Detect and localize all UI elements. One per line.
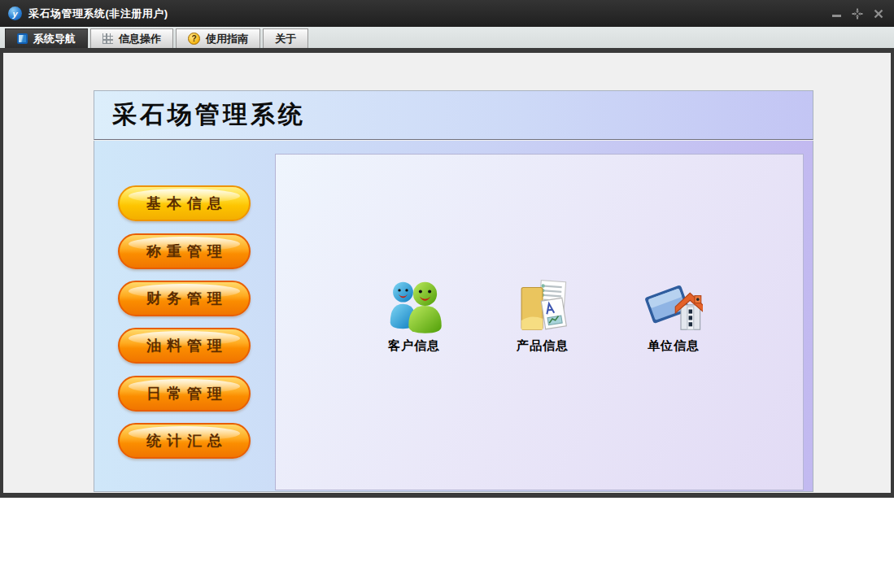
app-window: y 采石场管理系统(非注册用户) 系统导航 信息操作	[0, 0, 894, 503]
app-logo-icon: y	[8, 7, 22, 20]
banner: 采石场管理系统	[94, 90, 813, 140]
grid-icon	[102, 33, 113, 44]
window-controls	[831, 8, 884, 20]
tab-about[interactable]: 关于	[263, 28, 308, 48]
nav-button-basic-info[interactable]: 基本信息	[118, 185, 251, 221]
tab-system-navigation[interactable]: 系统导航	[5, 28, 88, 48]
tab-bar: 系统导航 信息操作 ? 使用指南 关于	[0, 27, 894, 53]
window-body: 采石场管理系统 基本信息 称重管理 财务管理 油料管理 日常管理 统计汇总	[0, 53, 894, 493]
content-area: 基本信息 称重管理 财务管理 油料管理 日常管理 统计汇总	[94, 141, 813, 492]
customers-icon	[385, 277, 443, 335]
shortcut-unit-info[interactable]: 单位信息	[629, 277, 718, 354]
minimize-icon	[832, 15, 841, 17]
shortcut-product-info[interactable]: 产品信息	[498, 277, 587, 354]
window-title: 采石场管理系统(非注册用户)	[28, 7, 168, 21]
organization-building-icon	[644, 277, 703, 335]
restore-icon	[852, 8, 863, 20]
products-folder-icon	[513, 277, 572, 335]
nav-button-finance-mgmt[interactable]: 财务管理	[118, 281, 251, 316]
shortcut-label: 客户信息	[369, 338, 459, 354]
shortcut-label: 单位信息	[629, 338, 718, 354]
tab-label: 使用指南	[206, 32, 248, 46]
minimize-button[interactable]	[831, 8, 842, 20]
tab-info-operations[interactable]: 信息操作	[90, 28, 173, 48]
tab-label: 系统导航	[33, 32, 76, 46]
shortcut-label: 产品信息	[498, 338, 587, 354]
tab-label: 信息操作	[119, 32, 161, 46]
titlebar: y 采石场管理系统(非注册用户)	[0, 0, 894, 27]
nav-button-fuel-mgmt[interactable]: 油料管理	[118, 328, 251, 364]
close-button[interactable]	[873, 8, 884, 20]
close-icon	[874, 9, 883, 19]
shortcut-customer-info[interactable]: 客户信息	[369, 277, 459, 354]
blue-square-icon	[17, 33, 28, 44]
restore-button[interactable]	[852, 8, 863, 20]
tab-label: 关于	[275, 32, 296, 46]
help-coin-icon: ?	[188, 33, 200, 45]
tab-user-guide[interactable]: ? 使用指南	[176, 28, 260, 48]
nav-button-daily-mgmt[interactable]: 日常管理	[118, 376, 251, 412]
window-bottom-frame	[0, 493, 894, 498]
page-title: 采石场管理系统	[94, 98, 306, 132]
nav-button-weighing-mgmt[interactable]: 称重管理	[118, 233, 251, 269]
main-panel: 采石场管理系统 基本信息 称重管理 财务管理 油料管理 日常管理 统计汇总	[94, 90, 813, 492]
shortcut-panel: 客户信息	[275, 154, 804, 490]
nav-button-statistics[interactable]: 统计汇总	[118, 423, 251, 459]
